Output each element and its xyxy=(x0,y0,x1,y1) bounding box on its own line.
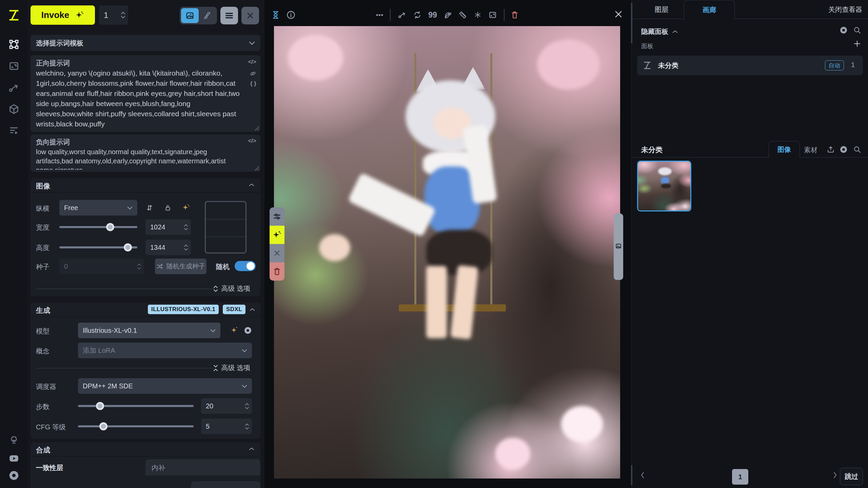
invoke-sparkle-button[interactable] xyxy=(270,226,284,244)
height-input[interactable]: 1344 xyxy=(145,240,191,255)
nav-canvas-icon[interactable] xyxy=(5,36,22,53)
recall-seed-leaf-icon[interactable] xyxy=(441,8,454,21)
width-steppers[interactable] xyxy=(184,224,188,230)
prev-page-chevron-icon[interactable] xyxy=(638,471,647,479)
coherence-tab-strip: 内补 xyxy=(145,459,260,475)
shuffle-icon xyxy=(156,263,163,270)
height-slider[interactable] xyxy=(59,246,137,248)
tab-inpaint[interactable]: 内补 xyxy=(152,463,165,472)
gallery-search-icon[interactable] xyxy=(851,144,863,155)
prompt-braces-icon[interactable]: { } xyxy=(250,80,256,87)
nav-queue-icon[interactable] xyxy=(5,122,22,139)
asterisk-icon[interactable] xyxy=(471,8,484,21)
panel-menu-button[interactable] xyxy=(220,7,238,24)
image-mode-icon[interactable] xyxy=(181,8,199,23)
resize-handle[interactable] xyxy=(254,125,259,130)
lock-aspect-icon[interactable] xyxy=(162,202,174,214)
queue-count-input[interactable]: 1 xyxy=(99,5,128,25)
gallery-settings-gear-icon[interactable] xyxy=(838,144,849,155)
info-icon[interactable] xyxy=(284,8,297,21)
gallery-thumbnail-selected[interactable] xyxy=(637,161,691,211)
hide-boards-toggle[interactable]: 隐藏面板 xyxy=(641,27,678,36)
cfg-slider[interactable] xyxy=(78,425,194,427)
swap-dimensions-icon[interactable] xyxy=(144,202,155,214)
image-advanced-options[interactable]: 高级 选项 xyxy=(213,284,250,293)
upload-image-icon[interactable] xyxy=(825,144,836,155)
recall-all-icon[interactable] xyxy=(411,8,424,21)
negative-prompt-input[interactable]: low quality,worst quality,normal quality… xyxy=(36,147,245,170)
height-steppers[interactable] xyxy=(184,244,188,251)
generation-section-title: 生成 xyxy=(36,306,50,315)
model-base-badge: SDXL xyxy=(223,305,245,314)
coherence-layer-label: 一致性层 xyxy=(36,463,63,472)
jump-button[interactable]: 跳过 xyxy=(840,468,863,485)
lora-select[interactable]: 添加 LoRA xyxy=(78,343,252,358)
nav-workflows-icon[interactable] xyxy=(5,79,22,96)
model-settings-gear-icon[interactable] xyxy=(242,325,254,336)
nav-upscale-icon[interactable] xyxy=(5,58,22,75)
seed-steppers[interactable] xyxy=(137,263,141,270)
cancel-queue-button[interactable] xyxy=(241,7,259,24)
settings-gear-icon[interactable] xyxy=(5,467,22,484)
aspect-select[interactable]: Free xyxy=(59,200,137,216)
youtube-icon[interactable] xyxy=(5,450,22,467)
next-page-chevron-icon[interactable] xyxy=(831,471,839,479)
compositing-section-header[interactable]: 合成 xyxy=(31,442,260,456)
close-viewer-x-icon[interactable] xyxy=(612,8,625,21)
delete-image-icon[interactable] xyxy=(508,8,521,21)
generation-advanced-options[interactable]: 高级 选项 xyxy=(213,363,250,372)
ruler-icon[interactable] xyxy=(456,8,469,21)
generated-image[interactable] xyxy=(274,26,620,479)
recall-prompts-icon[interactable]: 99 xyxy=(426,8,439,21)
resize-handle[interactable] xyxy=(254,165,259,170)
boards-settings-gear-icon[interactable] xyxy=(838,24,849,36)
tab-assets[interactable]: 素材 xyxy=(804,145,817,155)
viewer-resize-handle[interactable] xyxy=(614,214,623,280)
tab-layers[interactable]: 图层 xyxy=(648,0,675,19)
positive-prompt-input[interactable]: welchino, yanyo \(ogino atsuki\), kita \… xyxy=(36,68,245,129)
brush-mode-icon[interactable] xyxy=(199,8,216,23)
staging-hourglass-icon[interactable] xyxy=(269,8,282,21)
prompt-link-icon[interactable] xyxy=(249,69,257,78)
nav-models-icon[interactable] xyxy=(5,101,22,118)
randomize-seed-button[interactable]: 随机生成种子 xyxy=(155,259,206,274)
prompt-template-selector[interactable]: 选择提示词模板 xyxy=(31,35,260,51)
width-input[interactable]: 1024 xyxy=(145,219,191,235)
viewer-settings-sliders-button[interactable] xyxy=(270,207,284,226)
close-viewer-link[interactable]: 关闭查看器 xyxy=(826,0,865,19)
remix-icon[interactable] xyxy=(396,8,409,21)
toggle-knob xyxy=(246,262,255,270)
delete-trash-button[interactable] xyxy=(270,262,284,281)
page-1-button[interactable]: 1 xyxy=(732,469,748,485)
seed-input[interactable]: 0 xyxy=(59,259,144,274)
tab-gallery-active[interactable]: 画廊 xyxy=(684,0,735,19)
model-select[interactable]: Illustrious-XL-v0.1 xyxy=(78,323,220,338)
board-row-uncategorized[interactable]: 未分类 自动 1 xyxy=(637,56,863,75)
add-board-plus-icon[interactable] xyxy=(851,38,863,49)
support-lightbulb-icon[interactable] xyxy=(5,432,22,449)
model-label: 模型 xyxy=(36,327,50,336)
cfg-steppers[interactable] xyxy=(245,423,249,430)
auto-add-badge[interactable]: 自动 xyxy=(825,60,844,70)
model-sparkle-icon[interactable] xyxy=(229,325,240,336)
steps-input[interactable]: 20 xyxy=(201,398,252,414)
width-slider[interactable] xyxy=(59,226,137,228)
prompt-code-icon[interactable]: </> xyxy=(248,59,256,65)
prompt-code-icon[interactable]: </> xyxy=(248,138,256,144)
invoke-button[interactable]: Invoke xyxy=(31,5,95,25)
more-options-icon[interactable]: ••• xyxy=(373,8,386,21)
steps-slider[interactable] xyxy=(78,405,194,407)
discard-x-button[interactable] xyxy=(270,244,284,262)
steps-steppers[interactable] xyxy=(245,403,249,409)
cfg-input[interactable]: 5 xyxy=(201,419,252,434)
scheduler-select[interactable]: DPM++ 2M SDE xyxy=(78,378,252,394)
tab-images-active[interactable]: 图像 xyxy=(769,141,800,158)
optimize-size-sparkle-icon[interactable] xyxy=(180,202,192,214)
queue-count-steppers[interactable] xyxy=(121,12,125,19)
random-seed-toggle[interactable] xyxy=(235,261,256,271)
generation-section-header[interactable]: 生成 ILLUSTRIOUS-XL-V0.1 SDXL xyxy=(31,303,260,317)
boards-search-icon[interactable] xyxy=(851,24,863,36)
panel-resize-handle[interactable] xyxy=(631,465,632,485)
use-size-icon[interactable] xyxy=(486,8,499,21)
image-section-header[interactable]: 图像 xyxy=(31,178,260,192)
